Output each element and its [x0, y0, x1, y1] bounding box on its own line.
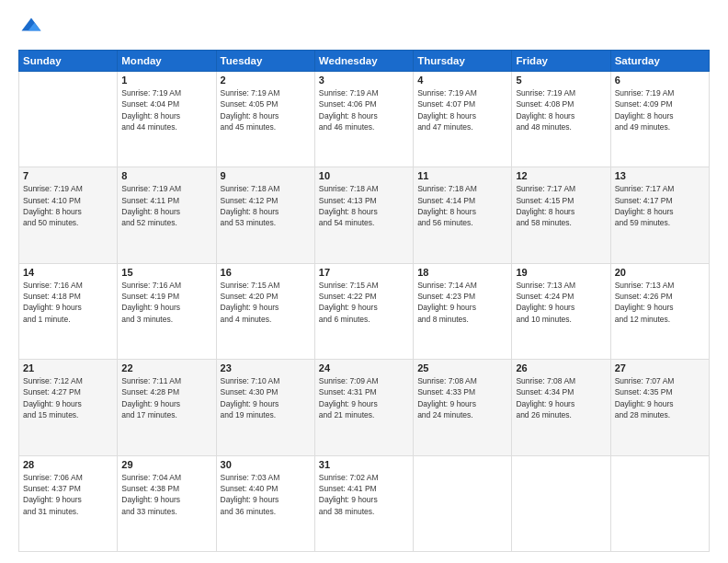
day-cell: 16Sunrise: 7:15 AMSunset: 4:20 PMDayligh…: [216, 263, 314, 359]
day-number: 31: [319, 459, 409, 470]
page: SundayMondayTuesdayWednesdayThursdayFrid…: [0, 0, 728, 563]
day-info: Sunrise: 7:18 AMSunset: 4:12 PMDaylight:…: [221, 183, 311, 228]
day-cell: 9Sunrise: 7:18 AMSunset: 4:12 PMDaylight…: [216, 167, 314, 263]
day-number: 5: [516, 75, 606, 86]
day-cell: 2Sunrise: 7:19 AMSunset: 4:05 PMDaylight…: [216, 72, 314, 167]
day-cell: 26Sunrise: 7:08 AMSunset: 4:34 PMDayligh…: [512, 360, 610, 455]
day-info: Sunrise: 7:15 AMSunset: 4:20 PMDaylight:…: [221, 280, 311, 325]
day-info: Sunrise: 7:03 AMSunset: 4:40 PMDaylight:…: [221, 472, 311, 517]
day-number: 12: [516, 170, 606, 181]
day-cell: 24Sunrise: 7:09 AMSunset: 4:31 PMDayligh…: [314, 360, 413, 455]
day-cell: 12Sunrise: 7:17 AMSunset: 4:15 PMDayligh…: [512, 167, 610, 263]
day-number: 30: [221, 459, 311, 470]
day-cell: 22Sunrise: 7:11 AMSunset: 4:28 PMDayligh…: [118, 360, 216, 455]
day-info: Sunrise: 7:09 AMSunset: 4:31 PMDaylight:…: [319, 375, 409, 420]
day-info: Sunrise: 7:19 AMSunset: 4:05 PMDaylight:…: [221, 87, 311, 132]
day-info: Sunrise: 7:06 AMSunset: 4:37 PMDaylight:…: [23, 472, 113, 517]
day-cell: 5Sunrise: 7:19 AMSunset: 4:08 PMDaylight…: [512, 72, 610, 167]
weekday-header-row: SundayMondayTuesdayWednesdayThursdayFrid…: [19, 51, 710, 72]
day-info: Sunrise: 7:19 AMSunset: 4:04 PMDaylight:…: [121, 87, 211, 132]
day-cell: 29Sunrise: 7:04 AMSunset: 4:38 PMDayligh…: [118, 455, 216, 551]
day-info: Sunrise: 7:16 AMSunset: 4:18 PMDaylight:…: [23, 280, 113, 325]
day-info: Sunrise: 7:19 AMSunset: 4:06 PMDaylight:…: [319, 87, 409, 132]
weekday-thursday: Thursday: [414, 51, 512, 72]
day-cell: 18Sunrise: 7:14 AMSunset: 4:23 PMDayligh…: [414, 263, 512, 359]
day-number: 15: [121, 267, 211, 278]
day-cell: 4Sunrise: 7:19 AMSunset: 4:07 PMDaylight…: [414, 72, 512, 167]
day-cell: [610, 455, 709, 551]
day-cell: 27Sunrise: 7:07 AMSunset: 4:35 PMDayligh…: [610, 360, 709, 455]
day-number: 19: [516, 267, 606, 278]
day-number: 26: [516, 362, 606, 373]
weekday-saturday: Saturday: [610, 51, 709, 72]
day-number: 24: [319, 362, 409, 373]
day-number: 11: [417, 170, 507, 181]
logo-icon: [18, 15, 44, 40]
day-cell: 15Sunrise: 7:16 AMSunset: 4:19 PMDayligh…: [118, 263, 216, 359]
day-number: 3: [319, 75, 409, 86]
day-cell: 21Sunrise: 7:12 AMSunset: 4:27 PMDayligh…: [19, 360, 118, 455]
day-number: 23: [221, 362, 311, 373]
day-info: Sunrise: 7:08 AMSunset: 4:34 PMDaylight:…: [516, 375, 606, 420]
week-row-4: 28Sunrise: 7:06 AMSunset: 4:37 PMDayligh…: [19, 455, 710, 551]
day-cell: 23Sunrise: 7:10 AMSunset: 4:30 PMDayligh…: [216, 360, 314, 455]
day-number: 7: [23, 170, 113, 181]
day-info: Sunrise: 7:11 AMSunset: 4:28 PMDaylight:…: [121, 375, 211, 420]
day-cell: 7Sunrise: 7:19 AMSunset: 4:10 PMDaylight…: [19, 167, 118, 263]
day-cell: 20Sunrise: 7:13 AMSunset: 4:26 PMDayligh…: [610, 263, 709, 359]
day-info: Sunrise: 7:04 AMSunset: 4:38 PMDaylight:…: [121, 472, 211, 517]
weekday-monday: Monday: [118, 51, 216, 72]
day-cell: [414, 455, 512, 551]
day-info: Sunrise: 7:19 AMSunset: 4:09 PMDaylight:…: [615, 87, 705, 132]
day-number: 29: [121, 459, 211, 470]
day-info: Sunrise: 7:18 AMSunset: 4:13 PMDaylight:…: [319, 183, 409, 228]
day-cell: 19Sunrise: 7:13 AMSunset: 4:24 PMDayligh…: [512, 263, 610, 359]
day-number: 20: [615, 267, 705, 278]
day-info: Sunrise: 7:13 AMSunset: 4:26 PMDaylight:…: [615, 280, 705, 325]
week-row-2: 14Sunrise: 7:16 AMSunset: 4:18 PMDayligh…: [19, 263, 710, 359]
week-row-0: 1Sunrise: 7:19 AMSunset: 4:04 PMDaylight…: [19, 72, 710, 167]
day-info: Sunrise: 7:16 AMSunset: 4:19 PMDaylight:…: [121, 280, 211, 325]
header: [18, 15, 710, 40]
day-info: Sunrise: 7:17 AMSunset: 4:17 PMDaylight:…: [615, 183, 705, 228]
day-number: 13: [615, 170, 705, 181]
day-cell: 1Sunrise: 7:19 AMSunset: 4:04 PMDaylight…: [118, 72, 216, 167]
day-cell: 25Sunrise: 7:08 AMSunset: 4:33 PMDayligh…: [414, 360, 512, 455]
week-row-1: 7Sunrise: 7:19 AMSunset: 4:10 PMDaylight…: [19, 167, 710, 263]
day-info: Sunrise: 7:12 AMSunset: 4:27 PMDaylight:…: [23, 375, 113, 420]
day-number: 9: [221, 170, 311, 181]
weekday-tuesday: Tuesday: [216, 51, 314, 72]
day-number: 2: [221, 75, 311, 86]
day-info: Sunrise: 7:02 AMSunset: 4:41 PMDaylight:…: [319, 472, 409, 517]
day-cell: 6Sunrise: 7:19 AMSunset: 4:09 PMDaylight…: [610, 72, 709, 167]
weekday-friday: Friday: [512, 51, 610, 72]
day-info: Sunrise: 7:19 AMSunset: 4:07 PMDaylight:…: [417, 87, 507, 132]
day-info: Sunrise: 7:17 AMSunset: 4:15 PMDaylight:…: [516, 183, 606, 228]
day-cell: 11Sunrise: 7:18 AMSunset: 4:14 PMDayligh…: [414, 167, 512, 263]
day-cell: 10Sunrise: 7:18 AMSunset: 4:13 PMDayligh…: [314, 167, 413, 263]
day-info: Sunrise: 7:07 AMSunset: 4:35 PMDaylight:…: [615, 375, 705, 420]
day-info: Sunrise: 7:13 AMSunset: 4:24 PMDaylight:…: [516, 280, 606, 325]
day-number: 27: [615, 362, 705, 373]
day-cell: 14Sunrise: 7:16 AMSunset: 4:18 PMDayligh…: [19, 263, 118, 359]
day-cell: [19, 72, 118, 167]
day-cell: [512, 455, 610, 551]
day-cell: 17Sunrise: 7:15 AMSunset: 4:22 PMDayligh…: [314, 263, 413, 359]
week-row-3: 21Sunrise: 7:12 AMSunset: 4:27 PMDayligh…: [19, 360, 710, 455]
day-number: 25: [417, 362, 507, 373]
calendar-table: SundayMondayTuesdayWednesdayThursdayFrid…: [18, 50, 710, 552]
day-info: Sunrise: 7:10 AMSunset: 4:30 PMDaylight:…: [221, 375, 311, 420]
day-info: Sunrise: 7:18 AMSunset: 4:14 PMDaylight:…: [417, 183, 507, 228]
day-cell: 13Sunrise: 7:17 AMSunset: 4:17 PMDayligh…: [610, 167, 709, 263]
day-number: 18: [417, 267, 507, 278]
day-number: 1: [121, 75, 211, 86]
day-cell: 30Sunrise: 7:03 AMSunset: 4:40 PMDayligh…: [216, 455, 314, 551]
day-number: 21: [23, 362, 113, 373]
weekday-sunday: Sunday: [19, 51, 118, 72]
day-info: Sunrise: 7:08 AMSunset: 4:33 PMDaylight:…: [417, 375, 507, 420]
logo: [18, 15, 48, 40]
day-number: 6: [615, 75, 705, 86]
day-number: 28: [23, 459, 113, 470]
day-cell: 31Sunrise: 7:02 AMSunset: 4:41 PMDayligh…: [314, 455, 413, 551]
day-info: Sunrise: 7:19 AMSunset: 4:11 PMDaylight:…: [121, 183, 211, 228]
